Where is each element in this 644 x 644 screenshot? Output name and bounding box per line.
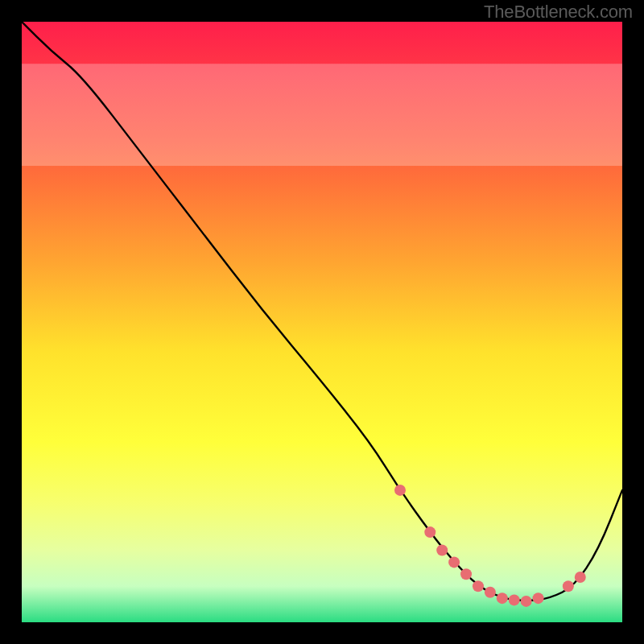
highlight-point: [533, 592, 544, 604]
plot-area: [22, 22, 622, 622]
chart-frame: TheBottleneck.com: [0, 0, 644, 644]
highlight-point: [460, 568, 472, 580]
highlight-point: [424, 526, 436, 538]
highlight-point: [563, 580, 574, 592]
highlight-point: [575, 572, 586, 583]
highlight-point: [497, 592, 508, 604]
watermark-text: TheBottleneck.com: [484, 2, 633, 23]
highlight-point: [394, 485, 406, 496]
highlight-point: [521, 596, 532, 607]
highlight-point: [448, 556, 460, 568]
bottleneck-chart-svg: [22, 22, 622, 622]
highlight-point: [436, 544, 448, 555]
highlight-point: [509, 594, 520, 605]
highlight-point: [473, 580, 484, 592]
highlight-point: [485, 587, 496, 598]
